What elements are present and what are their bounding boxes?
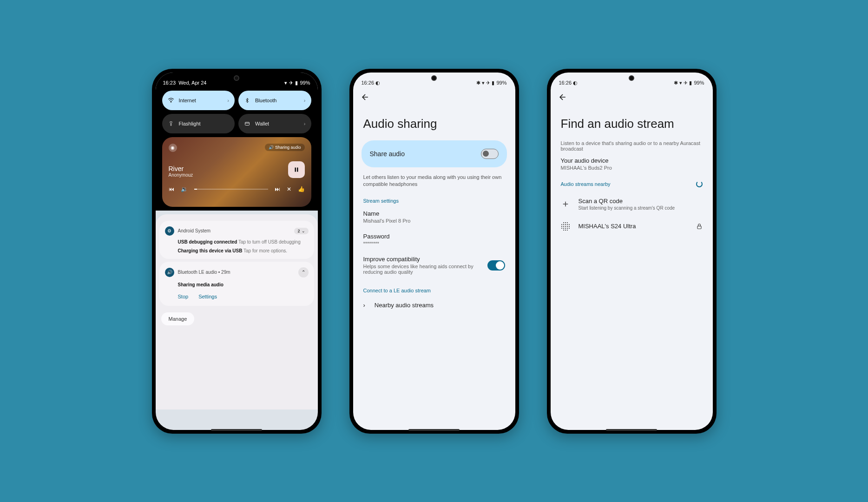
notif-title: Charging this device via USB bbox=[178, 248, 243, 253]
battery-pct: 99% bbox=[300, 80, 310, 86]
camera-cutout bbox=[431, 75, 437, 81]
notif-hint: Tap for more options. bbox=[243, 248, 287, 253]
setting-desc: Helps some devices like hearing aids con… bbox=[363, 264, 482, 275]
status-time: 16:23 bbox=[163, 80, 176, 86]
volume-icon[interactable]: 🔉 bbox=[181, 186, 188, 192]
bluetooth-icon bbox=[244, 97, 250, 104]
back-button[interactable] bbox=[353, 89, 515, 106]
notification-card[interactable]: 🔊 Bluetooth LE audio • 29m ⌃ Sharing med… bbox=[159, 262, 314, 306]
setting-title: Name bbox=[363, 210, 505, 217]
manage-button[interactable]: Manage bbox=[161, 312, 195, 325]
media-artist: Anonymouz bbox=[169, 172, 305, 178]
setting-title: Password bbox=[363, 233, 505, 240]
lock-icon bbox=[696, 223, 703, 230]
notification-shade: ⚙ Android System 2⌄ USB debugging connec… bbox=[156, 214, 318, 410]
svg-rect-3 bbox=[297, 167, 298, 172]
media-track-title: River bbox=[169, 165, 305, 172]
svg-rect-2 bbox=[295, 167, 296, 172]
nav-handle[interactable] bbox=[606, 429, 657, 431]
device-value: MISHAAL's Buds2 Pro bbox=[551, 165, 713, 176]
like-icon[interactable]: 👍 bbox=[298, 186, 305, 192]
qs-tile-wallet[interactable]: Wallet › bbox=[238, 114, 311, 133]
notif-action-settings[interactable]: Settings bbox=[198, 294, 217, 299]
qs-tile-bluetooth[interactable]: Bluetooth › bbox=[238, 91, 311, 110]
camera-cutout bbox=[629, 75, 634, 81]
stream-name: MISHAAL's S24 Ultra bbox=[579, 223, 636, 230]
next-track-icon[interactable]: ⏭ bbox=[275, 186, 280, 192]
collapse-button[interactable]: ⌃ bbox=[298, 267, 309, 277]
section-connect: Connect to a LE audio stream bbox=[353, 286, 515, 295]
dnd-icon: ◐ bbox=[375, 80, 380, 86]
media-player-card[interactable]: ◉ 🔊 Sharing audio River Anonymouz ⏮ 🔉 ⏭ … bbox=[162, 137, 311, 207]
loading-spinner-icon bbox=[696, 181, 703, 187]
pause-button[interactable] bbox=[288, 161, 305, 178]
chevron-up-icon: ⌃ bbox=[302, 270, 305, 275]
qs-tile-label: Internet bbox=[179, 98, 196, 103]
flashlight-icon bbox=[168, 120, 174, 127]
status-icons: ✱ ▾ ✈ ▮99% bbox=[674, 80, 704, 86]
phone-find-stream: 16:26 ◐ ✱ ▾ ✈ ▮99% Find an audio stream … bbox=[547, 69, 717, 434]
setting-title: Improve compatibility bbox=[363, 256, 482, 263]
wifi-icon bbox=[168, 97, 174, 104]
battery-pct: 99% bbox=[496, 80, 506, 86]
nav-handle[interactable] bbox=[408, 429, 460, 431]
wallet-icon bbox=[244, 120, 250, 127]
status-icons: ✱ ▾ ✈ ▮99% bbox=[476, 80, 506, 86]
qs-tile-label: Bluetooth bbox=[255, 98, 276, 103]
media-progress[interactable] bbox=[194, 189, 268, 190]
status-icons: ▾ ✈ ▮ 99% bbox=[284, 80, 310, 86]
chevron-right-icon: › bbox=[363, 302, 365, 309]
status-date: Wed, Apr 24 bbox=[178, 80, 206, 86]
media-app-icon: ◉ bbox=[169, 144, 177, 152]
notification-source: Bluetooth LE audio • 29m bbox=[178, 270, 295, 275]
qs-tile-flashlight[interactable]: Flashlight bbox=[162, 114, 235, 133]
chevron-down-icon: ⌄ bbox=[302, 229, 305, 233]
switch-on-icon[interactable] bbox=[487, 260, 505, 271]
page-title: Find an audio stream bbox=[551, 106, 713, 140]
camera-cutout bbox=[234, 75, 239, 81]
audio-stream-row[interactable]: MISHAAL's S24 Ultra bbox=[551, 216, 713, 237]
setting-value: ******** bbox=[363, 241, 505, 246]
notification-card[interactable]: ⚙ Android System 2⌄ USB debugging connec… bbox=[159, 221, 314, 259]
setting-compatibility[interactable]: Improve compatibility Helps some devices… bbox=[353, 251, 515, 279]
streams-label: Audio streams nearby bbox=[561, 181, 611, 187]
nearby-streams-row[interactable]: › Nearby audio streams bbox=[353, 295, 515, 315]
airplane-icon: ✈ bbox=[289, 80, 293, 86]
device-label: Your audio device bbox=[551, 157, 713, 165]
phone-quick-settings: 16:23 Wed, Apr 24 ▾ ✈ ▮ 99% Internet › B… bbox=[152, 69, 322, 434]
switch-off-icon[interactable] bbox=[481, 149, 499, 159]
shuffle-icon[interactable]: ✕ bbox=[287, 186, 291, 192]
android-system-icon: ⚙ bbox=[165, 226, 174, 236]
svg-rect-1 bbox=[245, 122, 250, 126]
row-label: Nearby audio streams bbox=[375, 302, 434, 309]
back-button[interactable] bbox=[551, 89, 713, 106]
qs-tile-internet[interactable]: Internet › bbox=[162, 91, 235, 110]
notif-action-stop[interactable]: Stop bbox=[178, 294, 189, 299]
streams-nearby-header: Audio streams nearby bbox=[551, 176, 713, 192]
page-desc: Listen to a device that's sharing audio … bbox=[551, 140, 713, 157]
row-desc: Start listening by scanning a stream's Q… bbox=[579, 205, 675, 211]
scan-qr-row[interactable]: Scan a QR code Start listening by scanni… bbox=[551, 192, 713, 216]
setting-value: Mishaal's Pixel 8 Pro bbox=[363, 218, 505, 224]
notification-source: Android System bbox=[178, 228, 291, 233]
setting-name[interactable]: Name Mishaal's Pixel 8 Pro bbox=[353, 205, 515, 228]
prev-track-icon[interactable]: ⏮ bbox=[169, 186, 174, 192]
sharing-badge: 🔊 Sharing audio bbox=[265, 144, 304, 151]
qs-tile-label: Flashlight bbox=[179, 121, 201, 126]
nav-handle[interactable] bbox=[211, 429, 262, 431]
notification-count[interactable]: 2⌄ bbox=[294, 228, 308, 234]
toggle-label: Share audio bbox=[370, 150, 405, 158]
notif-title: Sharing media audio bbox=[178, 282, 224, 287]
share-audio-toggle[interactable]: Share audio bbox=[362, 140, 507, 167]
notif-title: USB debugging connected bbox=[178, 239, 237, 244]
bluetooth-le-icon: 🔊 bbox=[165, 268, 174, 277]
status-time: 16:26 bbox=[362, 80, 375, 86]
row-title: Scan a QR code bbox=[579, 198, 675, 205]
chevron-right-icon: › bbox=[304, 98, 306, 103]
setting-password[interactable]: Password ******** bbox=[353, 228, 515, 251]
dnd-icon: ◐ bbox=[573, 80, 578, 86]
wifi-icon: ▾ bbox=[284, 80, 287, 86]
plus-icon bbox=[561, 200, 570, 208]
section-stream-settings: Stream settings bbox=[353, 196, 515, 205]
chevron-right-icon: › bbox=[304, 121, 306, 126]
